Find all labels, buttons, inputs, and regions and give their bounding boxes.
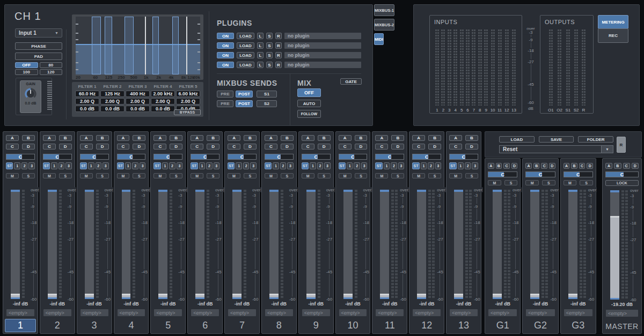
route-st-button[interactable]: ST: [117, 162, 124, 169]
bus-assign-bar[interactable]: C: [564, 171, 593, 177]
input-source-select[interactable]: Input 1 ▼: [15, 28, 62, 38]
snapshot-b-button[interactable]: B: [244, 135, 257, 141]
solo-button[interactable]: S: [580, 180, 593, 185]
scribble-strip[interactable]: <empty>: [339, 309, 367, 316]
snapshot-b-button[interactable]: B: [428, 135, 441, 141]
snapshot-b-button[interactable]: B: [614, 163, 621, 169]
plugin-l-button[interactable]: L: [257, 52, 264, 58]
route-1-button[interactable]: 1: [384, 162, 390, 169]
hpf-off-button[interactable]: OFF: [15, 62, 38, 68]
mix-auto-button[interactable]: AUTO: [297, 100, 321, 107]
filter-q-value[interactable]: 2.00 Q: [126, 98, 150, 104]
route-2-button[interactable]: 2: [58, 162, 64, 169]
filter-gain-value[interactable]: 0.0 dB: [151, 106, 175, 112]
filter-freq-value[interactable]: 2.00 kHz: [151, 91, 175, 97]
eq-band-3[interactable]: [125, 17, 134, 74]
phase-button[interactable]: PHASE: [15, 42, 62, 50]
snapshot-c-button[interactable]: C: [339, 144, 352, 150]
bus-assign-bar[interactable]: C: [117, 154, 146, 160]
snapshot-c-button[interactable]: C: [623, 163, 630, 169]
mute-button[interactable]: M: [564, 180, 577, 185]
bus-assign-bar[interactable]: C: [302, 154, 331, 160]
bus-assign-bar[interactable]: C: [80, 154, 109, 160]
snapshot-c-button[interactable]: C: [43, 144, 56, 150]
filter-freq-value[interactable]: 6.00 kHz: [176, 91, 200, 97]
filter-freq-value[interactable]: 125 Hz: [100, 91, 125, 97]
filter-freq-value[interactable]: 60.0 Hz: [75, 91, 99, 97]
plugin-name-field[interactable]: no plugin: [284, 52, 361, 58]
bus-assign-bar[interactable]: C: [43, 154, 72, 160]
bus-assign-bar[interactable]: C: [375, 154, 404, 160]
hpf-100-button[interactable]: 100: [15, 69, 38, 75]
route-2-button[interactable]: 2: [280, 162, 286, 169]
send-pre-button[interactable]: PRE: [217, 91, 233, 98]
plugin-load-button[interactable]: LOAD: [237, 33, 254, 39]
strip-select[interactable]: G1: [487, 319, 518, 332]
snapshot-c-button[interactable]: C: [6, 144, 19, 150]
load-button[interactable]: LOAD: [499, 136, 535, 143]
mute-button[interactable]: M: [302, 173, 314, 178]
snapshot-c-button[interactable]: C: [412, 144, 425, 150]
plugin-s-button[interactable]: S: [266, 62, 273, 68]
strip-select[interactable]: 1: [5, 319, 36, 332]
snapshot-d-button[interactable]: D: [391, 144, 404, 150]
snapshot-a-button[interactable]: A: [80, 135, 93, 141]
send-post-button[interactable]: POST: [236, 100, 253, 107]
route-1-button[interactable]: 1: [273, 162, 279, 169]
plugin-l-button[interactable]: L: [257, 42, 264, 49]
filter-gain-value[interactable]: 0.0 dB: [75, 106, 99, 112]
route-3-button[interactable]: 3: [28, 162, 34, 169]
strip-select[interactable]: 13: [448, 319, 479, 332]
snapshot-a-button[interactable]: A: [449, 135, 462, 141]
route-st-button[interactable]: ST: [43, 162, 50, 169]
solo-button[interactable]: S: [96, 173, 109, 178]
fader[interactable]: [85, 190, 94, 299]
snapshot-a-button[interactable]: A: [43, 135, 56, 141]
route-2-button[interactable]: 2: [391, 162, 397, 169]
gain-control[interactable]: GAIN 0.0 dB: [20, 80, 41, 113]
strip-select[interactable]: 9: [301, 319, 332, 332]
plugin-on-button[interactable]: ON: [217, 52, 234, 58]
bus-assign-bar[interactable]: C: [6, 154, 35, 160]
chevron-down-icon[interactable]: ▼: [601, 146, 613, 153]
snapshot-b-button[interactable]: B: [96, 135, 109, 141]
plugin-s-button[interactable]: S: [266, 33, 273, 39]
route-2-button[interactable]: 2: [243, 162, 249, 169]
snapshot-a-button[interactable]: A: [488, 163, 494, 169]
fader[interactable]: [454, 190, 463, 299]
filter-q-value[interactable]: 2.00 Q: [176, 98, 200, 104]
snapshot-c-button[interactable]: C: [80, 144, 93, 150]
scribble-strip[interactable]: <empty>: [564, 309, 592, 316]
scribble-strip[interactable]: <empty>: [228, 309, 256, 316]
route-3-button[interactable]: 3: [140, 162, 145, 169]
fader[interactable]: [493, 190, 502, 299]
solo-button[interactable]: S: [391, 173, 404, 178]
solo-button[interactable]: S: [244, 173, 257, 178]
route-3-button[interactable]: 3: [103, 162, 108, 169]
fader[interactable]: [269, 190, 279, 299]
bus-assign-bar[interactable]: C: [339, 154, 368, 160]
scribble-strip[interactable]: <empty>: [376, 309, 404, 316]
route-st-button[interactable]: ST: [80, 162, 87, 169]
snapshot-d-button[interactable]: D: [587, 163, 593, 169]
scribble-strip[interactable]: <empty>: [413, 309, 441, 316]
bus-assign-bar[interactable]: C: [605, 171, 639, 177]
snapshot-b-button[interactable]: B: [281, 135, 294, 141]
strip-select[interactable]: 3: [79, 319, 110, 332]
tab-mixbus-1[interactable]: MIXBUS-1: [374, 4, 394, 16]
fader[interactable]: [568, 190, 577, 299]
route-3-button[interactable]: 3: [435, 162, 441, 169]
bus-assign-bar[interactable]: C: [449, 154, 478, 160]
eq-graph[interactable]: [76, 17, 200, 74]
bus-assign-bar[interactable]: C: [153, 154, 182, 160]
mix-follow-button[interactable]: FOLLOW: [297, 110, 321, 118]
mute-button[interactable]: M: [191, 173, 203, 178]
mute-button[interactable]: M: [265, 173, 277, 178]
solo-button[interactable]: S: [170, 173, 182, 178]
scribble-strip[interactable]: <empty>: [302, 309, 330, 316]
route-1-button[interactable]: 1: [199, 162, 205, 169]
strip-select[interactable]: 6: [189, 319, 221, 332]
solo-button[interactable]: S: [59, 173, 72, 178]
recall-button[interactable]: R: [617, 137, 626, 153]
mute-button[interactable]: M: [449, 173, 462, 178]
